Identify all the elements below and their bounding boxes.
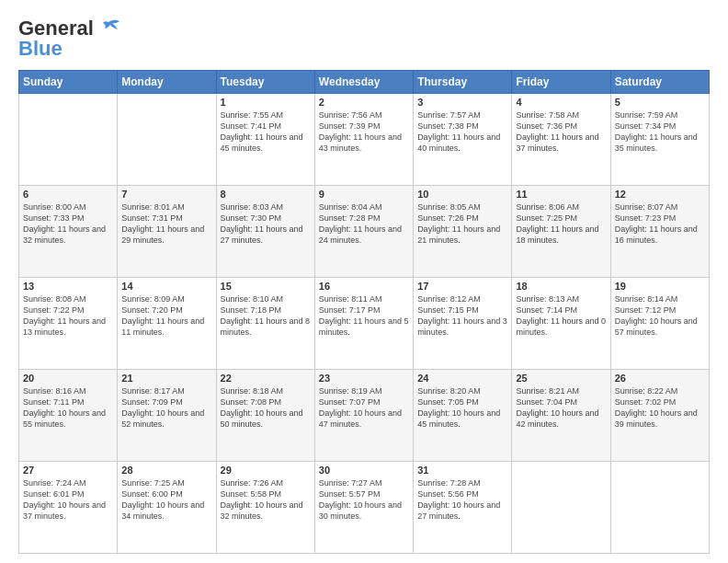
week-row-4: 20Sunrise: 8:16 AM Sunset: 7:11 PM Dayli… <box>19 370 710 462</box>
calendar-cell: 8Sunrise: 8:03 AM Sunset: 7:30 PM Daylig… <box>216 186 314 278</box>
cell-content: Sunrise: 8:05 AM Sunset: 7:26 PM Dayligh… <box>417 201 507 247</box>
week-row-3: 13Sunrise: 8:08 AM Sunset: 7:22 PM Dayli… <box>19 278 710 370</box>
cell-content: Sunrise: 7:57 AM Sunset: 7:38 PM Dayligh… <box>417 109 507 155</box>
col-header-tuesday: Tuesday <box>216 71 314 94</box>
calendar-cell: 25Sunrise: 8:21 AM Sunset: 7:04 PM Dayli… <box>512 370 610 462</box>
day-number: 26 <box>615 373 705 384</box>
calendar-cell <box>512 462 610 554</box>
cell-content: Sunrise: 8:11 AM Sunset: 7:17 PM Dayligh… <box>319 293 409 339</box>
calendar-cell: 19Sunrise: 8:14 AM Sunset: 7:12 PM Dayli… <box>610 278 709 370</box>
day-number: 28 <box>121 465 211 476</box>
cell-content: Sunrise: 7:27 AM Sunset: 5:57 PM Dayligh… <box>319 477 409 523</box>
cell-content: Sunrise: 8:14 AM Sunset: 7:12 PM Dayligh… <box>615 293 705 339</box>
calendar-cell: 28Sunrise: 7:25 AM Sunset: 6:00 PM Dayli… <box>118 462 216 554</box>
day-number: 16 <box>319 281 409 292</box>
cell-content: Sunrise: 8:10 AM Sunset: 7:18 PM Dayligh… <box>221 293 311 339</box>
cell-content: Sunrise: 8:19 AM Sunset: 7:07 PM Dayligh… <box>319 385 409 431</box>
page: General Blue SundayMondayTuesdayWednesda… <box>0 0 728 563</box>
day-number: 17 <box>417 281 507 292</box>
calendar-cell: 14Sunrise: 8:09 AM Sunset: 7:20 PM Dayli… <box>118 278 216 370</box>
cell-content: Sunrise: 8:22 AM Sunset: 7:02 PM Dayligh… <box>615 385 705 431</box>
calendar-cell: 27Sunrise: 7:24 AM Sunset: 6:01 PM Dayli… <box>19 462 118 554</box>
calendar-cell: 6Sunrise: 8:00 AM Sunset: 7:33 PM Daylig… <box>19 186 118 278</box>
calendar-cell: 23Sunrise: 8:19 AM Sunset: 7:07 PM Dayli… <box>314 370 413 462</box>
week-row-1: 1Sunrise: 7:55 AM Sunset: 7:41 PM Daylig… <box>19 94 710 186</box>
day-number: 11 <box>516 189 606 200</box>
day-number: 6 <box>23 189 113 200</box>
calendar-cell: 29Sunrise: 7:26 AM Sunset: 5:58 PM Dayli… <box>216 462 314 554</box>
col-header-sunday: Sunday <box>19 71 118 94</box>
cell-content: Sunrise: 7:26 AM Sunset: 5:58 PM Dayligh… <box>221 477 311 523</box>
day-number: 23 <box>319 373 409 384</box>
calendar-cell: 13Sunrise: 8:08 AM Sunset: 7:22 PM Dayli… <box>19 278 118 370</box>
calendar-cell: 31Sunrise: 7:28 AM Sunset: 5:56 PM Dayli… <box>414 462 512 554</box>
cell-content: Sunrise: 7:58 AM Sunset: 7:36 PM Dayligh… <box>516 109 606 155</box>
cell-content: Sunrise: 8:18 AM Sunset: 7:08 PM Dayligh… <box>221 385 311 431</box>
week-row-5: 27Sunrise: 7:24 AM Sunset: 6:01 PM Dayli… <box>19 462 710 554</box>
calendar-cell: 26Sunrise: 8:22 AM Sunset: 7:02 PM Dayli… <box>610 370 709 462</box>
cell-content: Sunrise: 8:08 AM Sunset: 7:22 PM Dayligh… <box>23 293 113 339</box>
cell-content: Sunrise: 8:12 AM Sunset: 7:15 PM Dayligh… <box>417 293 507 339</box>
calendar-cell: 12Sunrise: 8:07 AM Sunset: 7:23 PM Dayli… <box>610 186 709 278</box>
cell-content: Sunrise: 7:59 AM Sunset: 7:34 PM Dayligh… <box>615 109 705 155</box>
calendar-cell <box>118 94 216 186</box>
logo: General Blue <box>18 17 121 61</box>
calendar-cell <box>610 462 709 554</box>
day-number: 5 <box>615 97 705 108</box>
week-row-2: 6Sunrise: 8:00 AM Sunset: 7:33 PM Daylig… <box>19 186 710 278</box>
col-header-wednesday: Wednesday <box>314 71 413 94</box>
day-number: 7 <box>121 189 211 200</box>
day-number: 20 <box>23 373 113 384</box>
day-number: 18 <box>516 281 606 292</box>
calendar-cell: 30Sunrise: 7:27 AM Sunset: 5:57 PM Dayli… <box>314 462 413 554</box>
calendar-cell: 20Sunrise: 8:16 AM Sunset: 7:11 PM Dayli… <box>19 370 118 462</box>
day-number: 3 <box>417 97 507 108</box>
col-header-friday: Friday <box>512 71 610 94</box>
header-row: SundayMondayTuesdayWednesdayThursdayFrid… <box>19 71 710 94</box>
calendar-cell: 17Sunrise: 8:12 AM Sunset: 7:15 PM Dayli… <box>414 278 512 370</box>
day-number: 24 <box>417 373 507 384</box>
day-number: 10 <box>417 189 507 200</box>
day-number: 31 <box>417 465 507 476</box>
day-number: 14 <box>121 281 211 292</box>
calendar-cell: 10Sunrise: 8:05 AM Sunset: 7:26 PM Dayli… <box>414 186 512 278</box>
calendar-cell: 15Sunrise: 8:10 AM Sunset: 7:18 PM Dayli… <box>216 278 314 370</box>
day-number: 30 <box>319 465 409 476</box>
col-header-saturday: Saturday <box>610 71 709 94</box>
logo-blue: Blue <box>18 37 63 61</box>
day-number: 29 <box>221 465 311 476</box>
day-number: 15 <box>221 281 311 292</box>
col-header-thursday: Thursday <box>414 71 512 94</box>
day-number: 8 <box>221 189 311 200</box>
day-number: 2 <box>319 97 409 108</box>
day-number: 19 <box>615 281 705 292</box>
cell-content: Sunrise: 7:56 AM Sunset: 7:39 PM Dayligh… <box>319 109 409 155</box>
header: General Blue <box>18 17 710 61</box>
calendar-cell: 5Sunrise: 7:59 AM Sunset: 7:34 PM Daylig… <box>610 94 709 186</box>
cell-content: Sunrise: 8:17 AM Sunset: 7:09 PM Dayligh… <box>121 385 211 431</box>
calendar-cell: 9Sunrise: 8:04 AM Sunset: 7:28 PM Daylig… <box>314 186 413 278</box>
day-number: 12 <box>615 189 705 200</box>
cell-content: Sunrise: 8:20 AM Sunset: 7:05 PM Dayligh… <box>417 385 507 431</box>
cell-content: Sunrise: 8:21 AM Sunset: 7:04 PM Dayligh… <box>516 385 606 431</box>
calendar-table: SundayMondayTuesdayWednesdayThursdayFrid… <box>18 70 710 554</box>
calendar-cell: 2Sunrise: 7:56 AM Sunset: 7:39 PM Daylig… <box>314 94 413 186</box>
calendar-cell: 16Sunrise: 8:11 AM Sunset: 7:17 PM Dayli… <box>314 278 413 370</box>
logo-bird-icon <box>96 18 121 39</box>
day-number: 4 <box>516 97 606 108</box>
calendar-cell: 3Sunrise: 7:57 AM Sunset: 7:38 PM Daylig… <box>414 94 512 186</box>
cell-content: Sunrise: 8:03 AM Sunset: 7:30 PM Dayligh… <box>221 201 311 247</box>
calendar-cell: 11Sunrise: 8:06 AM Sunset: 7:25 PM Dayli… <box>512 186 610 278</box>
calendar-cell: 21Sunrise: 8:17 AM Sunset: 7:09 PM Dayli… <box>118 370 216 462</box>
calendar-cell: 22Sunrise: 8:18 AM Sunset: 7:08 PM Dayli… <box>216 370 314 462</box>
cell-content: Sunrise: 7:24 AM Sunset: 6:01 PM Dayligh… <box>23 477 113 523</box>
day-number: 27 <box>23 465 113 476</box>
day-number: 13 <box>23 281 113 292</box>
day-number: 22 <box>221 373 311 384</box>
calendar-cell: 18Sunrise: 8:13 AM Sunset: 7:14 PM Dayli… <box>512 278 610 370</box>
day-number: 21 <box>121 373 211 384</box>
cell-content: Sunrise: 8:00 AM Sunset: 7:33 PM Dayligh… <box>23 201 113 247</box>
cell-content: Sunrise: 7:28 AM Sunset: 5:56 PM Dayligh… <box>417 477 507 523</box>
calendar-cell: 1Sunrise: 7:55 AM Sunset: 7:41 PM Daylig… <box>216 94 314 186</box>
cell-content: Sunrise: 7:55 AM Sunset: 7:41 PM Dayligh… <box>221 109 311 155</box>
